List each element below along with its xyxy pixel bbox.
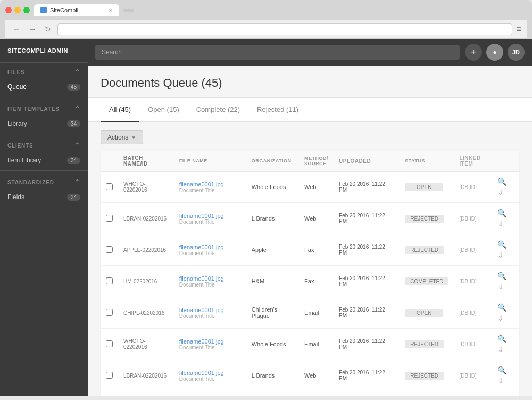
- nav-refresh-button[interactable]: ↻: [43, 24, 53, 35]
- add-button[interactable]: +: [465, 44, 482, 61]
- row-uploaded: Feb 20 2016 11:22 PM: [334, 360, 400, 391]
- col-filename: FILE NAME: [174, 151, 246, 172]
- sidebar-item-item-library[interactable]: Item Library 34: [0, 152, 88, 168]
- row-actions-cell: 🔍 ⇓: [491, 329, 519, 360]
- sidebar-section-toggle-clients[interactable]: ⌃: [74, 142, 80, 149]
- row-checkbox[interactable]: [106, 309, 113, 316]
- row-method: Email: [299, 297, 334, 329]
- nav-forward-button[interactable]: →: [27, 24, 38, 35]
- tab-all[interactable]: All (45): [101, 98, 139, 122]
- row-filename-name[interactable]: filename0001.jpg: [179, 213, 241, 219]
- browser-tab[interactable]: SiteCompli ✕: [34, 4, 119, 16]
- row-checkbox[interactable]: [106, 340, 113, 347]
- row-search-button[interactable]: 🔍: [496, 176, 508, 187]
- window-maximize-dot[interactable]: [23, 7, 30, 13]
- search-input[interactable]: [95, 45, 460, 60]
- new-tab-button[interactable]: [123, 9, 134, 12]
- tab-favicon: [40, 7, 47, 13]
- tab-complete[interactable]: Complete (22): [188, 98, 248, 122]
- top-bar: + ● JD: [88, 39, 532, 66]
- row-search-button[interactable]: 🔍: [496, 271, 508, 281]
- row-checkbox[interactable]: [106, 372, 113, 379]
- row-status: REJECTED: [400, 329, 454, 360]
- tab-open[interactable]: Open (15): [139, 98, 188, 122]
- table-row: APPLE-02202016 filename0001.jpg Document…: [101, 391, 519, 397]
- top-bar-actions: + ● JD: [465, 44, 525, 61]
- row-method: Web: [299, 203, 334, 234]
- row-batch: HM-02202016: [118, 266, 174, 297]
- window-minimize-dot[interactable]: [14, 7, 21, 13]
- row-actions-cell: 🔍 ⇓: [491, 203, 519, 234]
- row-batch: APPLE-02202016: [118, 234, 174, 266]
- status-badge: REJECTED: [405, 246, 444, 254]
- sidebar-brand: SITECOMPLI ADMIN: [0, 39, 88, 63]
- row-download-button[interactable]: ⇓: [496, 344, 505, 355]
- sidebar-section-item-templates: ITEM TEMPLATES ⌃ Library 34: [0, 100, 88, 132]
- row-filename-name[interactable]: filename0001.jpg: [179, 275, 241, 282]
- row-filename: filename0001.jpg Document Title: [174, 329, 246, 360]
- actions-button[interactable]: Actions ▼: [101, 130, 143, 144]
- row-search-button[interactable]: 🔍: [496, 208, 508, 218]
- row-search-button[interactable]: 🔍: [496, 333, 508, 344]
- row-filename-name[interactable]: filename0001.jpg: [179, 370, 241, 376]
- row-checkbox[interactable]: [106, 246, 113, 253]
- row-linked: [DB ID]: [454, 203, 491, 234]
- row-filename-name[interactable]: filename0001.jpg: [179, 307, 241, 313]
- address-bar[interactable]: [57, 23, 512, 35]
- documents-table: BATCH NAME/ID FILE NAME ORGANIZATION MET…: [101, 151, 519, 396]
- row-search-button[interactable]: 🔍: [496, 302, 508, 313]
- row-doc-title: Document Title: [179, 187, 241, 193]
- window-close-dot[interactable]: [5, 7, 12, 13]
- notification-button[interactable]: ●: [486, 44, 503, 61]
- row-linked: [DB ID]: [454, 360, 491, 391]
- row-org: Apple: [246, 391, 299, 397]
- table-row: WHOFO-02202016 filename0001.jpg Document…: [101, 329, 519, 360]
- row-uploaded: Feb 20 2016 11:22 PM: [334, 234, 400, 266]
- tab-title: SiteCompli: [50, 7, 78, 13]
- row-search-button[interactable]: 🔍: [496, 239, 508, 250]
- row-download-button[interactable]: ⇓: [496, 281, 505, 292]
- table-row: WHOFO-02202016 filename0001.jpg Document…: [101, 172, 519, 203]
- row-batch: APPLE-02202016: [118, 391, 174, 397]
- row-download-button[interactable]: ⇓: [496, 313, 505, 323]
- page-title: Documents Queue (45): [101, 76, 519, 90]
- row-method: Email: [299, 329, 334, 360]
- sidebar-item-library[interactable]: Library 34: [0, 116, 88, 132]
- row-linked: [DB ID]: [454, 297, 491, 329]
- sidebar-item-queue-badge: 45: [67, 84, 80, 91]
- col-status: STATUS: [400, 151, 454, 172]
- actions-dropdown-arrow: ▼: [131, 135, 136, 141]
- row-download-button[interactable]: ⇓: [496, 375, 505, 386]
- row-status: COMPLETED: [400, 391, 454, 397]
- row-checkbox[interactable]: [106, 183, 113, 190]
- row-checkbox[interactable]: [106, 277, 113, 284]
- row-doc-title: Document Title: [179, 250, 241, 256]
- tab-close-button[interactable]: ✕: [109, 7, 113, 13]
- row-filename-name[interactable]: filename0001.jpg: [179, 244, 241, 250]
- row-filename-name[interactable]: filename0001.jpg: [179, 338, 241, 345]
- row-download-button[interactable]: ⇓: [496, 250, 505, 260]
- tab-rejected[interactable]: Rejected (11): [248, 98, 307, 122]
- row-actions-cell: 🔍 ⇓: [491, 172, 519, 203]
- row-checkbox-cell: [101, 266, 118, 297]
- avatar-button[interactable]: JD: [508, 44, 525, 61]
- row-search-button[interactable]: 🔍: [496, 365, 508, 375]
- row-uploaded: Feb 20 2016 11:22 PM: [334, 297, 400, 329]
- browser-menu-button[interactable]: ≡: [517, 25, 521, 34]
- row-checkbox[interactable]: [106, 215, 113, 222]
- row-download-button[interactable]: ⇓: [496, 218, 505, 229]
- table-row: LBRAN-02202016 filename0001.jpg Document…: [101, 203, 519, 234]
- nav-back-button[interactable]: ←: [11, 24, 22, 35]
- table-row: HM-02202016 filename0001.jpg Document Ti…: [101, 266, 519, 297]
- sidebar-section-standardized: STANDARDIZED ⌃ Fields 34: [0, 173, 88, 205]
- sidebar-section-toggle-files[interactable]: ⌃: [74, 68, 80, 76]
- row-status: OPEN: [400, 297, 454, 329]
- sidebar-section-toggle-standardized[interactable]: ⌃: [74, 178, 80, 186]
- sidebar-item-queue[interactable]: Queue 45: [0, 79, 88, 95]
- status-badge: REJECTED: [405, 372, 444, 380]
- row-filename-name[interactable]: filename0001.jpg: [179, 181, 241, 187]
- row-filename: filename0001.jpg Document Title: [174, 234, 246, 266]
- sidebar-item-fields[interactable]: Fields 34: [0, 189, 88, 205]
- row-download-button[interactable]: ⇓: [496, 187, 505, 198]
- sidebar-section-toggle-item-templates[interactable]: ⌃: [74, 105, 80, 112]
